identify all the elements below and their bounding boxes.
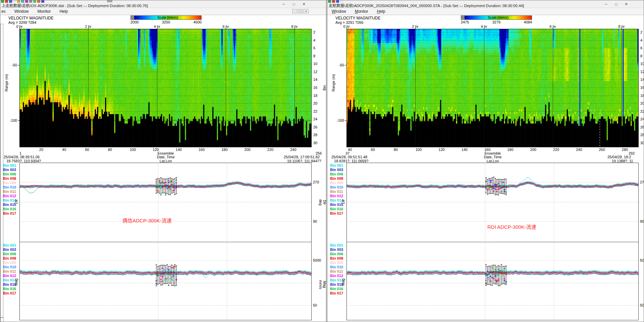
menu-item-window[interactable]: Window	[14, 9, 29, 14]
toolbar-icon-fragment	[13, 0, 16, 3]
toolbar-icon-fragment	[29, 0, 32, 3]
legend-item-dir-bin-003: Bin 003	[330, 168, 343, 172]
titlebar[interactable]: 走航数据\走航\ADCP300K_20250428T083944_004_000…	[327, 0, 644, 8]
bin-tick-label: 28	[640, 133, 644, 137]
ensemble-tick-label: 20	[35, 148, 47, 152]
range-tick-mark	[18, 120, 19, 121]
dir-tick-270: 270	[313, 180, 319, 184]
bin-tick-label: 14	[313, 77, 317, 82]
bin-tick-label: 8	[313, 54, 315, 58]
ensemble-tick-label: 100	[127, 148, 139, 152]
toolbar-icon-fragment	[37, 0, 40, 3]
menu-item-window[interactable]: Window	[332, 9, 346, 14]
legend-item-mag-bin-008: Bin 008	[3, 256, 16, 260]
legend-item-mag-bin-003: Bin 003	[3, 248, 16, 252]
toolbar-icon-fragment	[328, 0, 331, 3]
legend-item-dir-bin-006: Bin 006	[330, 172, 343, 176]
velocity-heatmap[interactable]	[346, 29, 639, 147]
legend-item-mag-bin-008: Bin 008	[330, 256, 343, 260]
close-icon[interactable]: ✕	[301, 1, 307, 7]
toolbar-icon-fragment	[5, 0, 8, 3]
dir-left-label: Dir	[341, 192, 345, 212]
close-icon[interactable]: ✕	[624, 1, 629, 7]
legend-item-mag-bin-003: Bin 003	[330, 248, 343, 252]
window-right: 走航数据\走航\ADCP300K_20250428T083944_004_000…	[327, 0, 644, 322]
bin-tick-label: 18	[313, 94, 317, 98]
mag-left-label: Mag	[341, 272, 345, 292]
range-tick-mark	[18, 65, 19, 65]
scale-undersaturated-block	[461, 16, 465, 19]
ensemble-tick-label: 220	[264, 148, 276, 152]
legend-item-dir-bin-008: Bin 008	[330, 176, 343, 180]
menu-item-es[interactable]: es	[1, 9, 6, 14]
menu-item-help[interactable]: Help	[59, 9, 68, 14]
bin-tick-label: 4	[640, 38, 642, 42]
scale-title: Scale (mm/s)	[465, 16, 532, 19]
avg-readout: Avg = 3299 ?284	[8, 20, 36, 24]
legend-item-dir-bin-009: Bin 009	[330, 181, 343, 185]
bin-tick-label: 10	[640, 62, 644, 66]
ensemble-tick-label: 180	[218, 148, 230, 152]
annotation-label: RDI ADCP-300K-流速	[487, 223, 536, 230]
bin-axis-label: Bin	[322, 74, 326, 101]
mag-tick-50: 50	[313, 303, 317, 307]
scale-tick-min: 2000	[130, 20, 139, 24]
range-tick-label: -50	[333, 63, 344, 67]
minimize-icon[interactable]: ─	[281, 1, 286, 7]
ensemble-tick-label: 200	[241, 148, 254, 152]
menu-item-monitor[interactable]: Monitor	[37, 9, 51, 14]
datetime-start: 25/04/28, 08:39:51.06	[4, 155, 40, 159]
bin-timeseries-chart[interactable]	[19, 163, 312, 320]
velocity-heatmap[interactable]	[19, 29, 312, 147]
legend-item-dir-bin-009: Bin 009	[3, 181, 16, 185]
bin-timeseries-chart[interactable]	[346, 163, 639, 320]
bin-tick-label: 26	[313, 125, 317, 129]
menu-item-help[interactable]: Help	[377, 9, 385, 14]
mag-tick-5000: 5000	[313, 258, 321, 262]
bin-tick-label: 30	[313, 141, 317, 145]
legend-item-dir-bin-001: Bin 001	[330, 163, 343, 167]
toolbar-icon-fragment	[1, 0, 4, 3]
menubar: esWindowMonitorHelp -□×	[0, 8, 326, 15]
legend-item-dir-bin-006: Bin 006	[3, 172, 16, 176]
ensemble-tick-label: 80	[104, 148, 116, 152]
ensemble-tick-label: 200	[527, 148, 539, 152]
bin-tick-label: 28	[313, 133, 317, 137]
bin-tick-label: 12	[640, 70, 644, 74]
scale-tick-min: 2475	[461, 20, 469, 24]
color-scale-bar: Scale (mm/s)	[461, 15, 532, 20]
legend-item-mag-bin-006: Bin 006	[330, 252, 343, 256]
scale-gradient: Scale (mm/s)	[134, 16, 201, 19]
datetime-end: 25/04/28, 17:09:51.82	[284, 155, 320, 159]
docked-window-foot	[0, 318, 4, 322]
titlebar[interactable]: 上走航数据\走航\OX-ADCP300K.dat - [Sub Set --- …	[0, 0, 326, 8]
range-tick-label: -100	[6, 118, 17, 122]
legend-item-mag-bin-009: Bin 009	[330, 261, 343, 265]
ensemble-tick-label: 160	[196, 148, 208, 152]
ensemble-tick-label: 260	[596, 148, 608, 152]
dir-tick-90: 90	[640, 219, 644, 223]
mdi-minimize-icon[interactable]: -	[292, 9, 297, 13]
bin-tick-label: 22	[313, 109, 317, 113]
bin-tick-label: 22	[640, 109, 644, 113]
bin-tick-label: 20	[313, 101, 317, 105]
maximize-icon[interactable]: □	[613, 1, 619, 7]
legend-item-mag-bin-001: Bin 001	[330, 243, 343, 247]
ensemble-tick-label: 240	[287, 148, 299, 152]
toolbar-icon-fragment	[41, 0, 44, 3]
datetime-end: 25/04/28, 18:2	[607, 155, 631, 159]
minimize-icon[interactable]: ─	[603, 1, 609, 7]
scale-tick-mid: 3250	[153, 20, 179, 24]
toolbar-icon-fragment	[33, 0, 36, 3]
menu-item-monitor[interactable]: Monitor	[355, 9, 368, 14]
toolbar-icon-fragment	[17, 0, 20, 3]
scale-tick-mid: 3279	[483, 20, 510, 24]
bin-tick-label: 2	[640, 30, 642, 34]
toolbar-icon-fragment	[336, 0, 339, 3]
maximize-icon[interactable]: □	[291, 1, 297, 7]
legend-item-mag-bin-006: Bin 006	[3, 252, 16, 256]
mdi-close-icon[interactable]: ×	[304, 9, 309, 13]
legend-item-dir-bin-008: Bin 008	[3, 176, 16, 180]
color-scale-bar: Scale (mm/s)	[130, 15, 202, 20]
mdi-restore-icon[interactable]: □	[298, 9, 303, 13]
